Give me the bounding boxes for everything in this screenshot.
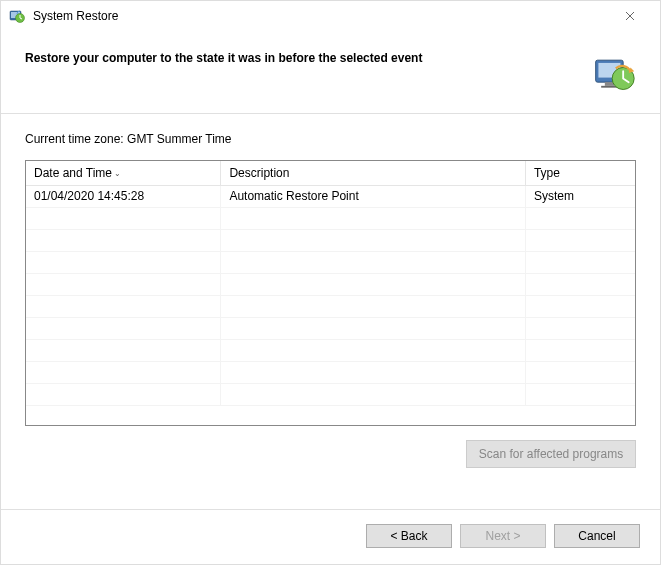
column-label: Description bbox=[229, 166, 289, 180]
timezone-label: Current time zone: GMT Summer Time bbox=[25, 132, 636, 146]
restore-icon bbox=[9, 8, 25, 24]
back-button[interactable]: < Back bbox=[366, 524, 452, 548]
titlebar: System Restore bbox=[1, 1, 660, 31]
table-row bbox=[26, 339, 635, 361]
cell-description: Automatic Restore Point bbox=[221, 185, 526, 207]
table-row bbox=[26, 229, 635, 251]
restore-points-table[interactable]: Date and Time⌄ Description Type 01/04/20… bbox=[25, 160, 636, 426]
header: Restore your computer to the state it wa… bbox=[1, 31, 660, 113]
table-row bbox=[26, 317, 635, 339]
column-header-type[interactable]: Type bbox=[525, 161, 635, 185]
scan-affected-programs-button[interactable]: Scan for affected programs bbox=[466, 440, 636, 468]
sort-descending-icon: ⌄ bbox=[114, 169, 121, 178]
column-label: Date and Time bbox=[34, 166, 112, 180]
table-row bbox=[26, 383, 635, 405]
cell-datetime: 01/04/2020 14:45:28 bbox=[26, 185, 221, 207]
table-row bbox=[26, 295, 635, 317]
table-row bbox=[26, 361, 635, 383]
column-header-datetime[interactable]: Date and Time⌄ bbox=[26, 161, 221, 185]
close-button[interactable] bbox=[608, 2, 652, 30]
footer: < Back Next > Cancel bbox=[1, 510, 660, 564]
table-row bbox=[26, 273, 635, 295]
system-restore-window: System Restore Restore your computer to … bbox=[0, 0, 661, 565]
column-header-description[interactable]: Description bbox=[221, 161, 526, 185]
window-title: System Restore bbox=[33, 9, 608, 23]
cancel-button[interactable]: Cancel bbox=[554, 524, 640, 548]
header-title: Restore your computer to the state it wa… bbox=[25, 51, 580, 65]
restore-large-icon bbox=[592, 51, 636, 95]
table-row bbox=[26, 251, 635, 273]
column-label: Type bbox=[534, 166, 560, 180]
table-row[interactable]: 01/04/2020 14:45:28 Automatic Restore Po… bbox=[26, 185, 635, 207]
close-icon bbox=[625, 11, 635, 21]
cell-type: System bbox=[525, 185, 635, 207]
table-row bbox=[26, 207, 635, 229]
content-area: Current time zone: GMT Summer Time Date … bbox=[1, 114, 660, 509]
next-button[interactable]: Next > bbox=[460, 524, 546, 548]
